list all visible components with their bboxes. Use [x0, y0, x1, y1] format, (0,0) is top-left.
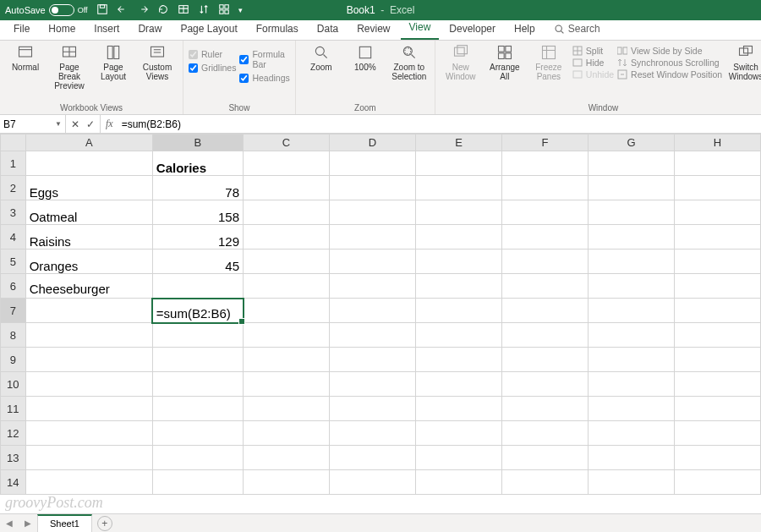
cell[interactable] [244, 470, 330, 495]
cell[interactable] [244, 225, 330, 250]
cell[interactable] [674, 151, 760, 176]
cell[interactable] [588, 176, 674, 200]
cell[interactable] [152, 397, 243, 421]
freeze-panes-button[interactable]: Freeze Panes [528, 44, 569, 81]
cell[interactable]: 78 [152, 176, 243, 200]
tab-page-layout[interactable]: Page Layout [172, 19, 245, 40]
cell[interactable] [416, 299, 502, 323]
cell[interactable] [674, 176, 760, 200]
cell[interactable] [244, 323, 330, 348]
cell[interactable] [330, 299, 416, 323]
col-header-B[interactable]: B [152, 134, 243, 151]
cell[interactable] [588, 397, 674, 421]
cell[interactable] [330, 470, 416, 495]
cell[interactable] [674, 250, 760, 274]
cell[interactable] [674, 225, 760, 250]
cell[interactable] [416, 372, 502, 397]
cell[interactable] [244, 250, 330, 274]
synchronous-scrolling-button[interactable]: Synchronous Scrolling [617, 58, 722, 68]
zoom-100-button[interactable]: 100% [345, 44, 386, 72]
spreadsheet-grid[interactable]: A B C D E F G H 1 Calories 2 Eggs 78 3 O… [0, 134, 761, 513]
undo-icon[interactable] [117, 3, 129, 17]
row-header[interactable]: 14 [1, 470, 26, 495]
save-icon[interactable] [96, 3, 108, 17]
cell[interactable] [416, 176, 502, 200]
row-header[interactable]: 8 [1, 323, 26, 348]
cell[interactable] [330, 176, 416, 200]
col-header-A[interactable]: A [25, 134, 152, 151]
cell[interactable] [501, 323, 588, 348]
cell[interactable] [674, 397, 760, 421]
cell[interactable]: Cheeseburger [25, 274, 152, 299]
row-header[interactable]: 9 [1, 348, 26, 372]
arrange-all-button[interactable]: Arrange All [485, 44, 525, 81]
normal-view-button[interactable]: Normal [5, 44, 46, 72]
headings-checkbox[interactable]: Headings [239, 73, 289, 83]
cell[interactable] [152, 470, 243, 495]
col-header-D[interactable]: D [330, 134, 416, 151]
cell[interactable] [501, 470, 588, 495]
cell[interactable] [588, 348, 674, 372]
cell[interactable] [25, 151, 152, 176]
search-box[interactable]: Search [545, 19, 609, 40]
cell[interactable] [501, 348, 588, 372]
grid-icon[interactable] [218, 3, 230, 17]
split-button[interactable]: Split [572, 46, 614, 56]
cell[interactable] [25, 446, 152, 470]
tab-home[interactable]: Home [40, 19, 84, 40]
view-side-by-side-button[interactable]: View Side by Side [617, 46, 722, 56]
cell-selected[interactable]: =sum(B2:B6) [152, 299, 243, 323]
nav-next-icon[interactable]: ▶ [25, 518, 31, 528]
select-all-corner[interactable] [1, 134, 26, 151]
cell[interactable] [416, 470, 502, 495]
cell[interactable] [674, 323, 760, 348]
gridlines-checkbox[interactable]: Gridlines [189, 63, 236, 73]
formula-bar-input[interactable]: =sum(B2:B6) [118, 115, 761, 133]
ruler-checkbox[interactable]: Ruler [189, 49, 236, 59]
cell[interactable] [244, 372, 330, 397]
cell[interactable] [416, 397, 502, 421]
new-window-button[interactable]: New Window [441, 44, 481, 81]
cancel-icon[interactable]: ✕ [71, 118, 79, 130]
cell[interactable] [25, 372, 152, 397]
cell[interactable] [244, 446, 330, 470]
cell[interactable] [330, 151, 416, 176]
cell[interactable] [330, 397, 416, 421]
cell[interactable] [244, 151, 330, 176]
chevron-down-icon[interactable]: ▼ [55, 120, 62, 128]
cell[interactable] [244, 200, 330, 225]
cell[interactable] [25, 470, 152, 495]
page-break-preview-button[interactable]: Page Break Preview [49, 44, 90, 90]
redo-icon[interactable] [137, 3, 149, 17]
cell[interactable] [674, 348, 760, 372]
row-header[interactable]: 1 [1, 151, 26, 176]
formula-bar-checkbox[interactable]: Formula Bar [239, 49, 289, 69]
cell[interactable] [330, 250, 416, 274]
sheet-tab-active[interactable]: Sheet1 [37, 514, 92, 532]
cell[interactable] [501, 225, 588, 250]
col-header-E[interactable]: E [416, 134, 502, 151]
cell[interactable] [416, 225, 502, 250]
cell[interactable] [416, 151, 502, 176]
cell[interactable]: 129 [152, 225, 243, 250]
row-header[interactable]: 2 [1, 176, 26, 200]
row-header[interactable]: 6 [1, 274, 26, 299]
cell[interactable]: Raisins [25, 225, 152, 250]
cell[interactable] [674, 421, 760, 446]
row-header[interactable]: 12 [1, 421, 26, 446]
zoom-to-selection-button[interactable]: Zoom to Selection [389, 44, 430, 81]
cell[interactable] [588, 470, 674, 495]
cell[interactable] [330, 348, 416, 372]
cell[interactable] [152, 323, 243, 348]
cell[interactable] [588, 225, 674, 250]
cell[interactable] [416, 274, 502, 299]
cell[interactable] [25, 323, 152, 348]
cell[interactable] [152, 446, 243, 470]
cell[interactable]: Calories [152, 151, 243, 176]
cell[interactable] [674, 446, 760, 470]
col-header-G[interactable]: G [588, 134, 674, 151]
cell[interactable] [244, 274, 330, 299]
cell[interactable] [501, 372, 588, 397]
cell[interactable] [152, 348, 243, 372]
table-icon[interactable] [178, 3, 189, 17]
